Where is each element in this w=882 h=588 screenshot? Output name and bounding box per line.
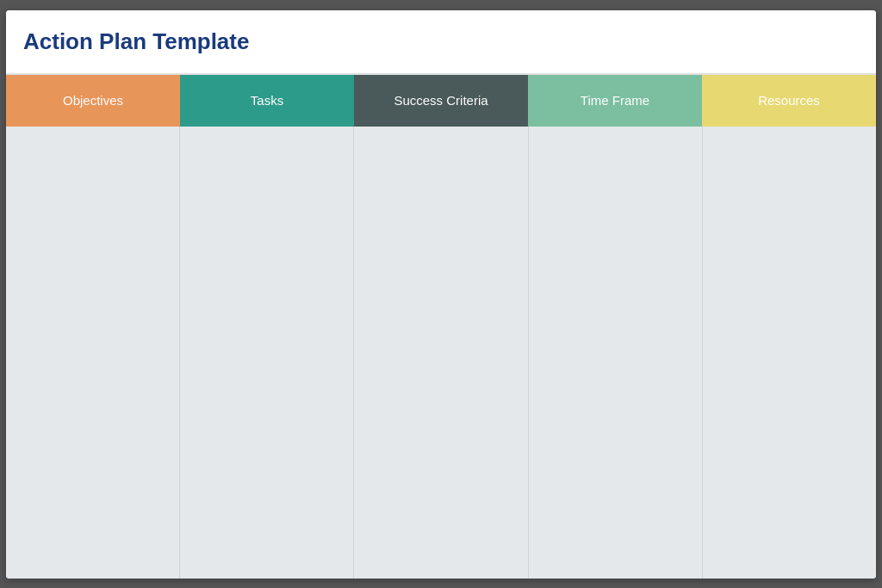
col-success-criteria <box>354 127 528 579</box>
header-time-frame[interactable]: Time Frame <box>528 75 702 127</box>
page-title: Action Plan Template <box>23 28 249 55</box>
header-tasks[interactable]: Tasks <box>180 75 354 127</box>
col-tasks <box>180 127 354 579</box>
action-plan-window: Action Plan Template Objectives Tasks Su… <box>6 10 876 579</box>
col-objectives <box>6 127 180 579</box>
title-bar: Action Plan Template <box>6 10 876 75</box>
header-resources[interactable]: Resources <box>702 75 876 127</box>
column-headers: Objectives Tasks Success Criteria Time F… <box>6 75 876 127</box>
header-objectives[interactable]: Objectives <box>6 75 180 127</box>
col-resources <box>703 127 876 579</box>
header-success-criteria[interactable]: Success Criteria <box>354 75 528 127</box>
col-time-frame <box>529 127 703 579</box>
content-area <box>6 127 876 579</box>
